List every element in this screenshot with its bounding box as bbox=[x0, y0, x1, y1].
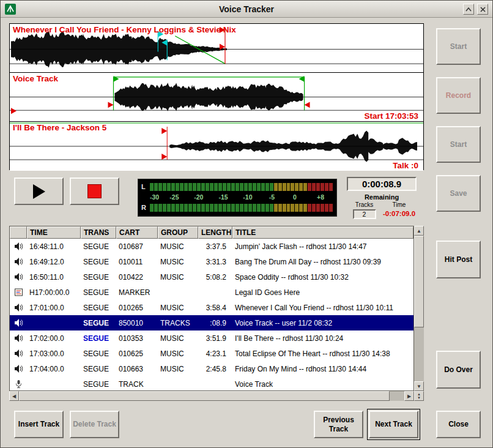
cell-time: 16:48:11.0 bbox=[27, 242, 81, 251]
header-group: GROUP bbox=[158, 226, 198, 239]
scroll-up-button[interactable]: ▲ bbox=[414, 226, 424, 236]
track3-title: I'll Be There - Jackson 5 bbox=[13, 123, 106, 132]
cell-cart: 010422 bbox=[116, 273, 158, 282]
scroll-down-button[interactable]: ▼ bbox=[414, 381, 424, 391]
horizontal-scrollbar[interactable]: ◀ ▶ bbox=[9, 391, 414, 401]
cell-length: 5:08.2 bbox=[198, 273, 232, 282]
cell-trans: SEGUE bbox=[81, 258, 116, 266]
next-track-button[interactable]: Next Track bbox=[369, 411, 418, 438]
vertical-scrollbar[interactable]: ▲ ▼ bbox=[414, 226, 424, 391]
table-row[interactable]: H17:00:00.0SEGUEMARKERLegal ID Goes Here bbox=[10, 285, 413, 300]
cell-time: 17:04:00.0 bbox=[27, 365, 81, 373]
waveform-stack: Whenever I Call You Friend - Kenny Loggi… bbox=[9, 23, 424, 170]
remaining-label: Remaining bbox=[347, 193, 417, 201]
cell-title: Jumpin' Jack Flash -- rdhost 11/30 14:47 bbox=[232, 242, 413, 251]
header-trans: TRANS bbox=[81, 226, 116, 239]
cell-trans: SEGUE bbox=[81, 365, 116, 373]
header-time: TIME bbox=[27, 226, 81, 239]
cell-group: MUSIC bbox=[158, 365, 198, 373]
talk-marker-handle-icon bbox=[161, 154, 167, 160]
remaining-tracks-label: Tracks bbox=[347, 201, 382, 208]
cell-group: MUSIC bbox=[158, 349, 198, 358]
window-title: Voice Tracker bbox=[1, 4, 492, 14]
track2-title: Voice Track bbox=[13, 74, 58, 83]
header-cart: CART bbox=[116, 226, 158, 239]
cell-time: 16:50:11.0 bbox=[27, 273, 81, 282]
start-track2-button[interactable]: Start bbox=[436, 126, 481, 163]
track-3[interactable]: I'll Be There - Jackson 5 Talk :0 bbox=[10, 122, 423, 171]
cell-title: Voice Track bbox=[232, 380, 413, 389]
speaker-icon bbox=[10, 272, 27, 282]
table-row[interactable]: 16:48:11.0SEGUE010687MUSIC3:37.5Jumpin' … bbox=[10, 239, 413, 254]
track-1[interactable]: Whenever I Call You Friend - Kenny Loggi… bbox=[10, 24, 423, 73]
cell-trans: SEGUE bbox=[81, 242, 116, 251]
header-title: TITLE bbox=[232, 226, 413, 239]
cell-cart: 010663 bbox=[116, 365, 158, 373]
record-button[interactable]: Record bbox=[436, 77, 481, 114]
meter-right-label: R bbox=[141, 204, 150, 211]
cell-time: 16:49:12.0 bbox=[27, 258, 81, 266]
scrollbar-corner[interactable]: ▲▼ bbox=[414, 391, 424, 401]
titlebar[interactable]: Voice Tracker bbox=[1, 1, 492, 18]
table-row[interactable]: 16:49:12.0SEGUE010011MUSIC3:31.3Bang The… bbox=[10, 254, 413, 269]
play-icon bbox=[32, 184, 46, 200]
play-marker-handle-icon bbox=[305, 102, 310, 108]
table-row[interactable]: SEGUETRACKVoice Track bbox=[10, 376, 413, 391]
log-body: 16:48:11.0SEGUE010687MUSIC3:37.5Jumpin' … bbox=[10, 239, 413, 391]
play-marker-handle-icon bbox=[108, 102, 114, 108]
vertical-scroll-thumb[interactable] bbox=[414, 236, 424, 327]
button-label: Delete Track bbox=[73, 420, 116, 429]
previous-track-button[interactable]: Previous Track bbox=[314, 411, 363, 438]
log-table: TIME TRANS CART GROUP LENGTH TITLE 16:48… bbox=[9, 226, 424, 401]
meter-scale: -30-25-20-15-10-50+8 bbox=[150, 192, 333, 202]
cell-cart: TRACK bbox=[116, 380, 158, 389]
start-track1-button[interactable]: Start bbox=[436, 28, 481, 65]
do-over-button[interactable]: Do Over bbox=[436, 351, 481, 389]
insert-track-button[interactable]: Insert Track bbox=[14, 411, 64, 438]
meter-left-label: L bbox=[141, 183, 150, 190]
table-row[interactable]: 17:02:00.0SEGUE010353MUSIC3:51.9I'll Be … bbox=[10, 330, 413, 346]
remaining-time-value: -0:07:09.0 bbox=[382, 210, 417, 217]
cell-title: Space Oddity -- rdhost 11/30 10:32 bbox=[232, 273, 413, 282]
button-label: Start bbox=[450, 140, 467, 149]
table-row[interactable]: 17:03:00.0SEGUE010625MUSIC4:23.1Total Ec… bbox=[10, 346, 413, 361]
table-row[interactable]: SEGUE850010TRACKS:08.9Voice Track -- use… bbox=[10, 315, 413, 330]
cell-cart: 010687 bbox=[116, 242, 158, 251]
shade-button[interactable] bbox=[463, 4, 474, 15]
table-row[interactable]: 16:50:11.0SEGUE010422MUSIC5:08.2Space Od… bbox=[10, 269, 413, 285]
cell-cart: 010625 bbox=[116, 349, 158, 358]
cell-title: Voice Track -- user 11/2 08:32 bbox=[232, 319, 413, 327]
cell-title: I'll Be There -- rdhost 11/30 10:24 bbox=[232, 334, 413, 343]
cell-cart: 010353 bbox=[116, 334, 158, 343]
save-button[interactable]: Save bbox=[436, 175, 481, 212]
meter-scale-label: 0 bbox=[293, 193, 297, 201]
chevron-up-icon bbox=[465, 7, 472, 12]
audio-meter: L -30-25-20-15-10-50+8 R bbox=[138, 179, 337, 217]
cell-trans: SEGUE bbox=[81, 334, 116, 343]
speaker-icon bbox=[10, 242, 27, 251]
close-button[interactable]: Close bbox=[436, 411, 481, 438]
horizontal-scroll-thumb[interactable] bbox=[19, 391, 390, 401]
play-button[interactable] bbox=[14, 177, 64, 205]
cell-group: MUSIC bbox=[158, 242, 198, 251]
scroll-left-button[interactable]: ◀ bbox=[9, 391, 19, 401]
speaker-icon bbox=[10, 303, 27, 312]
cell-time: 17:03:00.0 bbox=[27, 349, 81, 358]
cell-trans: SEGUE bbox=[81, 304, 116, 312]
button-label: Insert Track bbox=[18, 420, 59, 429]
table-row[interactable]: 17:01:00.0SEGUE010265MUSIC3:58.4Whenever… bbox=[10, 300, 413, 315]
header-length: LENGTH bbox=[198, 226, 232, 239]
stop-button[interactable] bbox=[70, 177, 119, 205]
scroll-right-button[interactable]: ▶ bbox=[404, 391, 414, 401]
cell-length: 3:31.3 bbox=[198, 258, 232, 266]
log-header: TIME TRANS CART GROUP LENGTH TITLE bbox=[10, 226, 413, 239]
track-2[interactable]: Voice Track Start 17:03:53 bbox=[10, 73, 423, 122]
waveform-track2[interactable] bbox=[10, 73, 423, 121]
close-window-button[interactable] bbox=[477, 4, 488, 15]
table-row[interactable]: 17:04:00.0SEGUE010663MUSIC2:45.8Friday O… bbox=[10, 361, 413, 376]
meter-scale-label: -30 bbox=[150, 193, 159, 201]
delete-track-button[interactable]: Delete Track bbox=[70, 411, 119, 438]
hit-post-button[interactable]: Hit Post bbox=[436, 241, 481, 278]
cell-trans: SEGUE bbox=[81, 349, 116, 358]
button-label: Save bbox=[450, 189, 467, 198]
